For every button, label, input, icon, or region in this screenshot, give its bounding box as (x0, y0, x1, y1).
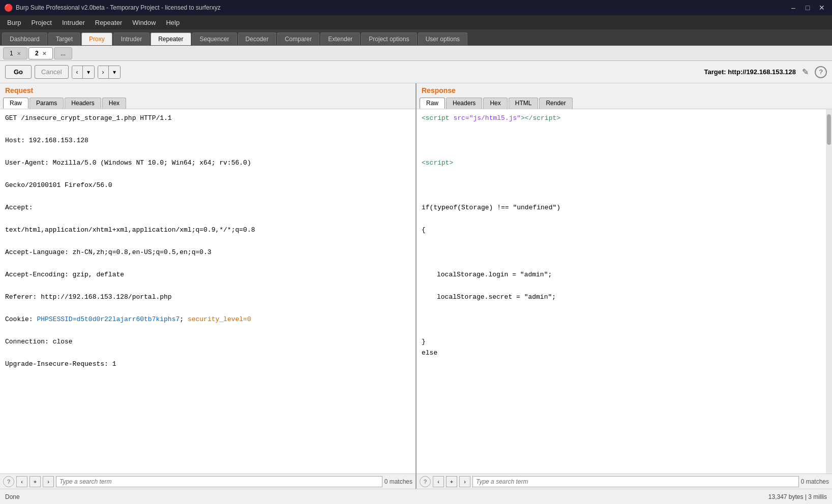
response-line-else: else (422, 348, 822, 359)
request-tab-headers[interactable]: Headers (65, 98, 101, 109)
request-tab-raw[interactable]: Raw (3, 98, 28, 109)
request-line-accept-label: Accept: (5, 203, 410, 214)
response-line-blank-3 (422, 147, 822, 158)
window-title: Burp Suite Professional v2.0beta - Tempo… (16, 4, 221, 11)
response-content[interactable]: <script src="js/html5.js"></script> <scr… (417, 109, 832, 474)
menu-help[interactable]: Help (161, 17, 185, 28)
nav-back-button[interactable]: ‹ (72, 66, 83, 78)
response-search-options-button[interactable]: › (459, 476, 470, 487)
request-line-blank-9 (5, 303, 410, 314)
menu-bar: Burp Project Intruder Repeater Window He… (0, 15, 832, 29)
request-line-blank-10 (5, 326, 410, 337)
response-line-blank-4 (422, 169, 822, 180)
edit-target-button[interactable]: ✎ (799, 66, 812, 78)
help-button[interactable]: ? (815, 66, 827, 78)
close-button[interactable]: ✕ (816, 2, 828, 14)
response-scrollbar-thumb[interactable] (827, 114, 831, 145)
request-tab-params[interactable]: Params (29, 98, 64, 109)
menu-repeater[interactable]: Repeater (90, 17, 127, 28)
request-line-blank-6 (5, 236, 410, 247)
tab-extender[interactable]: Extender (320, 33, 360, 45)
response-line-login: localStorage.login = "admin"; (422, 270, 822, 281)
request-search-input[interactable] (56, 476, 382, 487)
menu-window[interactable]: Window (127, 17, 161, 28)
go-button[interactable]: Go (5, 65, 32, 79)
request-title: Request (5, 86, 33, 94)
request-line-blank-4 (5, 192, 410, 203)
app-icon: 🔴 (4, 4, 13, 12)
request-line-cookie: Cookie: PHPSESSID=d5t0d0r22lajarr60tb7ki… (5, 314, 410, 326)
close-tab-2[interactable]: ✕ (42, 51, 46, 56)
repeater-tab-more[interactable]: ... (54, 47, 72, 59)
tab-repeater[interactable]: Repeater (151, 33, 191, 45)
nav-back-dropdown-button[interactable]: ▾ (83, 66, 94, 78)
request-search-options-button[interactable]: › (43, 476, 54, 487)
repeater-tab-2[interactable]: 2 ✕ (28, 47, 53, 59)
response-scrollbar[interactable] (826, 109, 832, 474)
nav-forward-button[interactable]: › (98, 66, 109, 78)
request-line-referer: Referer: http://192.168.153.128/portal.p… (5, 292, 410, 303)
request-line-upgrade: Upgrade-Insecure-Requests: 1 (5, 359, 410, 370)
tab-target[interactable]: Target (48, 33, 80, 45)
response-line-blank-2 (422, 136, 822, 147)
response-line-blank-9 (422, 247, 822, 259)
request-line-accept-lang: Accept-Language: zh-CN,zh;q=0.8,en-US;q=… (5, 247, 410, 259)
request-line-accept-enc: Accept-Encoding: gzip, deflate (5, 270, 410, 281)
nav-forward-dropdown-button[interactable]: ▾ (109, 66, 120, 78)
response-search-next-button[interactable]: + (446, 476, 457, 487)
response-panel: Response Raw Headers Hex HTML Render <sc… (417, 83, 832, 489)
response-tab-hex[interactable]: Hex (483, 98, 507, 109)
response-line-blank-10 (422, 259, 822, 270)
response-search-input[interactable] (472, 476, 799, 487)
window-controls: – □ ✕ (787, 2, 828, 14)
close-tab-1[interactable]: ✕ (17, 51, 21, 56)
response-line-blank-1 (422, 124, 822, 136)
tab-decoder[interactable]: Decoder (238, 33, 276, 45)
menu-intruder[interactable]: Intruder (57, 17, 90, 28)
request-line-blank-8 (5, 281, 410, 292)
target-info: Target: http://192.168.153.128 (704, 68, 796, 76)
request-search-prev-button[interactable]: ‹ (16, 476, 27, 487)
request-header: Request (0, 83, 415, 96)
response-line-brace-open: { (422, 225, 822, 236)
nav-forward-group: › ▾ (98, 66, 121, 79)
response-tab-raw[interactable]: Raw (420, 98, 445, 109)
tab-comparer[interactable]: Comparer (277, 33, 319, 45)
response-tab-headers[interactable]: Headers (446, 98, 482, 109)
response-tab-render[interactable]: Render (539, 98, 572, 109)
nav-back-group: ‹ ▾ (72, 66, 95, 79)
tab-user-options[interactable]: User options (418, 33, 467, 45)
tab-sequencer[interactable]: Sequencer (192, 33, 237, 45)
response-tab-html[interactable]: HTML (509, 98, 539, 109)
response-search-help-button[interactable]: ? (420, 476, 431, 487)
status-left: Done (5, 493, 20, 500)
request-line-1: GET /insecure_crypt_storage_1.php HTTP/1… (5, 113, 410, 124)
repeater-tab-1[interactable]: 1 ✕ (3, 47, 27, 59)
tab-dashboard[interactable]: Dashboard (2, 33, 47, 45)
maximize-button[interactable]: □ (801, 2, 814, 14)
response-line-blank-7 (422, 214, 822, 225)
tab-project-options[interactable]: Project options (361, 33, 417, 45)
response-tab-bar: Raw Headers Hex HTML Render (417, 96, 832, 109)
request-content[interactable]: GET /insecure_crypt_storage_1.php HTTP/1… (0, 109, 415, 474)
status-bar: Done 13,347 bytes | 3 millis (0, 489, 832, 504)
toolbar: Go Cancel ‹ ▾ › ▾ Target: http://192.168… (0, 61, 832, 83)
response-search-prev-button[interactable]: ‹ (433, 476, 444, 487)
response-search-bar: ? ‹ + › 0 matches (417, 474, 832, 489)
status-right: 13,347 bytes | 3 millis (768, 493, 827, 500)
tab-intruder[interactable]: Intruder (113, 33, 150, 45)
request-line-accept-value: text/html,application/xhtml+xml,applicat… (5, 225, 410, 236)
minimize-button[interactable]: – (787, 2, 799, 14)
request-tab-hex[interactable]: Hex (102, 98, 126, 109)
title-bar: 🔴 Burp Suite Professional v2.0beta - Tem… (0, 0, 832, 15)
menu-burp[interactable]: Burp (2, 17, 26, 28)
menu-project[interactable]: Project (26, 17, 56, 28)
response-line-blank-11 (422, 281, 822, 292)
request-line-connection: Connection: close (5, 337, 410, 348)
response-line-blank-6 (422, 192, 822, 203)
request-search-next-button[interactable]: + (29, 476, 41, 487)
request-search-help-button[interactable]: ? (3, 476, 14, 487)
target-label: Target: http://192.168.153.128 (704, 68, 796, 76)
cancel-button[interactable]: Cancel (35, 65, 68, 79)
tab-proxy[interactable]: Proxy (81, 33, 112, 45)
